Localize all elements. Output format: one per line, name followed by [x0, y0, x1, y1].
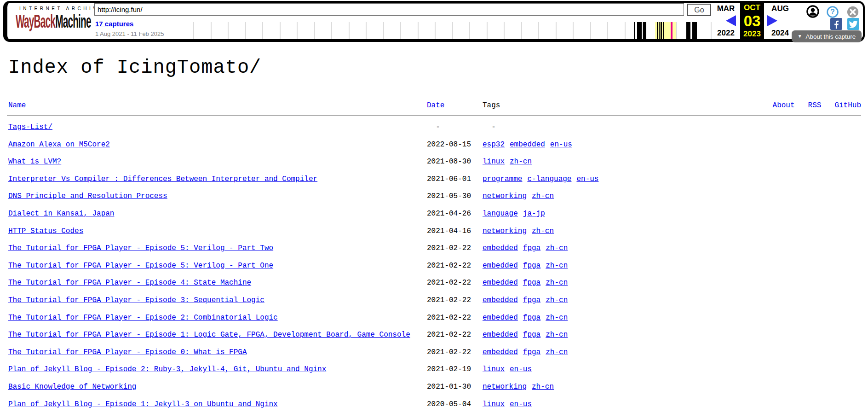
timeline-tick — [383, 22, 384, 39]
post-link[interactable]: Interpreter Vs Compiler : Differences Be… — [8, 175, 317, 183]
post-link[interactable]: The Tutorial for FPGA Player - Episode 1… — [8, 331, 410, 339]
capture-bar[interactable] — [637, 22, 642, 39]
tag-link[interactable]: programme — [483, 175, 522, 183]
tag-link[interactable]: c-language — [527, 175, 571, 183]
browser-page: INTERNET ARCHIVE WayBackMachine Go 17 ca… — [0, 0, 868, 414]
tag-link[interactable]: linux — [483, 365, 505, 373]
capture-bar[interactable] — [692, 22, 697, 39]
post-link[interactable]: The Tutorial for FPGA Player - Episode 3… — [8, 296, 264, 304]
tag-link[interactable]: zh-cn — [510, 157, 532, 166]
tag-link[interactable]: embedded — [483, 348, 518, 356]
current-capture-column[interactable]: OCT 03 2023 — [740, 3, 764, 39]
next-year-label: 2024 — [766, 29, 794, 38]
tag-link[interactable]: linux — [483, 157, 505, 166]
tag-link[interactable]: en-us — [550, 140, 572, 149]
capture-bar[interactable] — [659, 22, 660, 39]
post-link[interactable]: DNS Principle and Resolution Process — [8, 192, 167, 200]
column-header-name[interactable]: Name — [8, 101, 26, 110]
post-link[interactable]: The Tutorial for FPGA Player - Episode 4… — [8, 279, 251, 287]
go-button[interactable]: Go — [687, 4, 711, 16]
post-link[interactable]: Tags-List/ — [8, 123, 52, 131]
tag-link[interactable]: zh-cn — [546, 331, 568, 339]
internet-archive-logo[interactable]: INTERNET ARCHIVE WayBackMachine — [16, 6, 101, 24]
post-link[interactable]: What is LVM? — [8, 157, 61, 166]
column-header-date[interactable]: Date — [427, 101, 444, 110]
post-link[interactable]: The Tutorial for FPGA Player - Episode 2… — [8, 314, 278, 322]
facebook-icon[interactable] — [830, 18, 842, 32]
post-date: 2021-04-26 — [427, 205, 483, 223]
header-link-rss[interactable]: RSS — [808, 99, 822, 111]
table-row: The Tutorial for FPGA Player - Episode 3… — [7, 292, 861, 309]
timeline-tick — [452, 22, 453, 39]
header-link-about[interactable]: About — [773, 99, 795, 111]
post-tags: languageja-jp — [483, 205, 861, 223]
tag-link[interactable]: embedded — [483, 279, 518, 287]
next-month-label: AUG — [766, 4, 794, 13]
tag-link[interactable]: zh-cn — [532, 192, 554, 200]
captures-link[interactable]: 17 captures — [95, 20, 133, 28]
tag-link[interactable]: networking — [483, 383, 527, 391]
post-link[interactable]: Plan of Jekyll Blog - Episode 1: Jekyll-… — [8, 400, 278, 408]
tag-link[interactable]: language — [483, 210, 518, 218]
tag-link[interactable]: zh-cn — [546, 244, 568, 252]
capture-bar[interactable] — [657, 22, 658, 39]
post-link[interactable]: Basic Knowledge of Networking — [8, 383, 136, 391]
tag-link[interactable]: fpga — [523, 262, 540, 270]
tag-link[interactable]: en-us — [576, 175, 598, 183]
twitter-icon[interactable] — [847, 18, 859, 32]
tag-link[interactable]: en-us — [510, 400, 532, 408]
current-capture-marker[interactable] — [671, 22, 673, 39]
about-this-capture-button[interactable]: ▼ About this capture — [792, 30, 862, 42]
tag-link[interactable]: networking — [483, 227, 527, 235]
capture-bar[interactable] — [661, 22, 662, 39]
next-capture-arrow[interactable] — [767, 15, 777, 26]
tag-link[interactable]: embedded — [483, 262, 518, 270]
post-link[interactable]: The Tutorial for FPGA Player - Episode 0… — [8, 348, 247, 356]
tag-link[interactable]: fpga — [523, 244, 540, 252]
current-day[interactable]: 03 — [744, 13, 761, 29]
prev-capture-arrow[interactable] — [726, 15, 736, 26]
capture-bar[interactable] — [663, 22, 664, 39]
capture-bar[interactable] — [643, 22, 646, 39]
post-link[interactable]: Plan of Jekyll Blog - Episode 2: Ruby-3,… — [8, 365, 326, 373]
tag-link[interactable]: zh-cn — [546, 296, 568, 304]
tag-link[interactable]: ja-jp — [523, 210, 545, 218]
header-link-github[interactable]: GitHub — [834, 99, 861, 111]
tag-link[interactable]: embedded — [510, 140, 545, 149]
tag-link[interactable]: zh-cn — [546, 279, 568, 287]
tag-link[interactable]: fpga — [523, 348, 540, 356]
tag-link[interactable]: fpga — [523, 331, 540, 339]
tag-link[interactable]: zh-cn — [546, 314, 568, 322]
tag-link[interactable]: embedded — [483, 296, 518, 304]
tag-link[interactable]: networking — [483, 192, 527, 200]
post-link[interactable]: HTTP Status Codes — [8, 227, 83, 235]
table-row: Basic Knowledge of Networking 2021-01-30… — [7, 379, 861, 396]
tag-link[interactable]: linux — [483, 400, 505, 408]
tags-dash: - — [483, 123, 496, 131]
current-year-label: 2023 — [743, 30, 761, 38]
table-row: Amazon Alexa on M5Core2 2022-08-15 esp32… — [7, 136, 861, 154]
tag-link[interactable]: en-us — [510, 365, 532, 373]
tag-link[interactable]: esp32 — [483, 140, 505, 149]
tag-link[interactable]: embedded — [483, 314, 518, 322]
tag-link[interactable]: fpga — [523, 296, 540, 304]
capture-bar[interactable] — [686, 22, 690, 39]
url-input[interactable] — [94, 3, 684, 16]
tag-link[interactable]: zh-cn — [532, 383, 554, 391]
tag-link[interactable]: embedded — [483, 331, 518, 339]
tag-link[interactable]: fpga — [523, 314, 540, 322]
post-link[interactable]: Dialect in Kansai, Japan — [8, 210, 114, 218]
post-link[interactable]: Amazon Alexa on M5Core2 — [8, 140, 110, 149]
post-link[interactable]: The Tutorial for FPGA Player - Episode 5… — [8, 244, 273, 252]
tag-link[interactable]: fpga — [523, 279, 540, 287]
post-tags: embeddedfpgazh-cn — [483, 274, 861, 292]
post-link[interactable]: The Tutorial for FPGA Player - Episode 5… — [8, 262, 273, 270]
timeline-tick — [573, 22, 574, 39]
tag-link[interactable]: zh-cn — [532, 227, 554, 235]
capture-bar[interactable] — [634, 22, 635, 39]
tag-link[interactable]: embedded — [483, 244, 518, 252]
capture-sparkline[interactable] — [193, 22, 712, 39]
account-icon[interactable] — [806, 5, 819, 20]
tag-link[interactable]: zh-cn — [546, 348, 568, 356]
tag-link[interactable]: zh-cn — [546, 262, 568, 270]
